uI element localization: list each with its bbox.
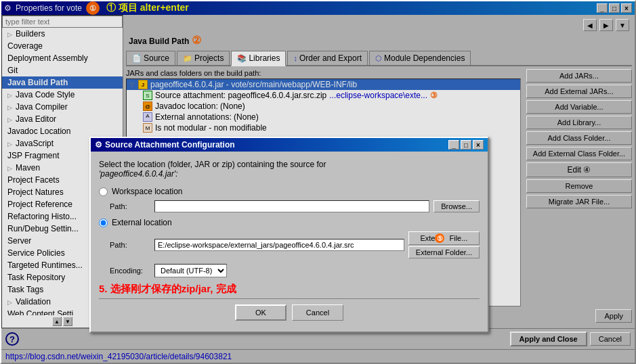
workspace-browse-button[interactable]: Browse... [433, 200, 480, 212]
external-folder-button[interactable]: External Folder... [408, 246, 480, 258]
dialog-title-bar: ⚙ Source Attachment Configuration _ □ × [91, 138, 488, 152]
encoding-row: Encoding: Default (UTF-8) UTF-8 ISO-8859… [99, 264, 480, 277]
workspace-radio-row: Workspace location [99, 187, 480, 196]
main-window: ⚙ Properties for vote ① ① 项目 alter+enter… [0, 0, 636, 364]
dialog-content: Select the location (folder, JAR or zip)… [91, 152, 488, 332]
external-radio-label: External location [112, 218, 172, 227]
workspace-radio[interactable] [99, 187, 108, 196]
external-radio[interactable] [99, 219, 108, 227]
dialog-ok-button[interactable]: OK [235, 304, 287, 321]
external-radio-row: External location [99, 218, 480, 227]
annotation-5-circle: ⑤ [435, 233, 444, 243]
workspace-radio-label: Workspace location [112, 187, 183, 196]
external-file-button[interactable]: Exte⑤ File... [408, 231, 480, 245]
external-path-input[interactable] [154, 239, 404, 251]
workspace-path-row: Path: Browse... [99, 200, 480, 212]
dialog-description: Select the location (folder, JAR or zip)… [99, 160, 480, 179]
dialog-minimize-button[interactable]: _ [448, 140, 459, 150]
source-attachment-dialog: ⚙ Source Attachment Configuration _ □ × … [89, 137, 489, 333]
dialog-maximize-button[interactable]: □ [461, 140, 471, 150]
workspace-path-input[interactable] [154, 200, 429, 212]
dialog-close-button[interactable]: × [473, 140, 484, 150]
annotation-step5: 5. 选择刚才保存的zip/jar, 完成 [99, 283, 480, 296]
dialog-overlay: ⚙ Source Attachment Configuration _ □ × … [1, 1, 635, 363]
external-path-row: Path: Exte⑤ File... External Folder... [99, 231, 480, 258]
encoding-select[interactable]: Default (UTF-8) UTF-8 ISO-8859-1 [154, 264, 227, 277]
dialog-cancel-button[interactable]: Cancel [292, 304, 343, 321]
dialog-title-icon: ⚙ [95, 140, 102, 150]
dialog-footer: OK Cancel [99, 298, 480, 323]
